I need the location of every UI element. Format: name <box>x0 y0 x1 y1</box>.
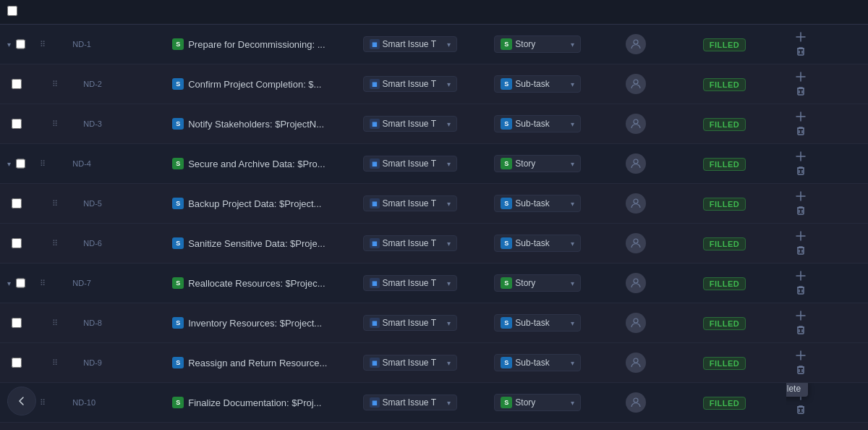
drag-cell-nd3: ⠿ <box>33 104 65 144</box>
validation-badge-nd9: FILLED <box>703 357 746 370</box>
drag-handle-nd6[interactable]: ⠿ <box>52 239 58 248</box>
actions-container-nd9 <box>793 348 808 377</box>
project-value-nd1: Smart Issue T <box>383 39 444 49</box>
assignee-cell-nd8 <box>618 303 696 343</box>
drag-cell-nd2: ⠿ <box>33 64 65 104</box>
delete-action-btn-nd9[interactable] <box>793 363 808 377</box>
project-value-nd4: Smart Issue T <box>383 159 444 169</box>
drag-cell-nd5: ⠿ <box>33 184 65 224</box>
add-action-btn-nd8[interactable] <box>793 308 808 323</box>
actions-cell-nd9 <box>786 343 868 383</box>
table-row-nd-2: ⠿ ND-2 S Confirm Project Completion: $..… <box>0 64 868 104</box>
drag-handle-nd1[interactable]: ⠿ <box>40 40 46 49</box>
drag-handle-nd10[interactable]: ⠿ <box>40 398 46 408</box>
drag-cell-nd4: ⠿ <box>33 144 65 184</box>
project-dropdown-nd9[interactable]: ▦ Smart Issue T ▾ <box>363 355 457 371</box>
project-cell-nd9: ▦ Smart Issue T ▾ <box>356 343 488 383</box>
collapse-btn-nd4[interactable]: ▾ <box>7 160 16 168</box>
issue-type-dropdown-nd5[interactable]: S Sub-task ▾ <box>494 195 581 212</box>
add-action-btn-nd2[interactable] <box>793 69 808 84</box>
collapse-btn-nd1[interactable]: ▾ <box>7 41 16 49</box>
project-dropdown-nd4[interactable]: ▦ Smart Issue T ▾ <box>363 156 457 172</box>
checkbox-cell-nd5 <box>0 184 33 224</box>
row-checkbox-nd8[interactable] <box>12 318 22 328</box>
add-action-btn-nd3[interactable] <box>793 109 808 124</box>
summary-text-nd2: Confirm Project Completion: $... <box>188 79 321 90</box>
add-action-btn-nd6[interactable] <box>793 229 808 243</box>
th-project <box>356 0 488 25</box>
issue-type-value-nd5: Sub-task <box>515 198 568 208</box>
validation-badge-nd8: FILLED <box>703 317 746 330</box>
add-action-btn-nd1[interactable] <box>793 30 808 44</box>
validation-cell-nd5: FILLED <box>696 184 786 224</box>
summary-cell-nd8: S Inventory Resources: $Project... <box>165 303 355 343</box>
row-checkbox-nd4[interactable] <box>16 159 25 169</box>
delete-action-btn-nd7[interactable] <box>793 283 808 298</box>
drag-handle-nd8[interactable]: ⠿ <box>52 319 58 328</box>
drag-handle-nd2[interactable]: ⠿ <box>52 80 58 89</box>
row-checkbox-nd3[interactable] <box>12 119 22 129</box>
table-row-nd-4: ▾ ⠿ ND-4 S Secure and Archive Data: $Pro… <box>0 144 868 184</box>
summary-cell-nd6: S Sanitize Sensitive Data: $Proje... <box>165 224 355 264</box>
issue-type-dropdown-nd3[interactable]: S Sub-task ▾ <box>494 115 581 132</box>
project-dropdown-nd8[interactable]: ▦ Smart Issue T ▾ <box>363 315 457 331</box>
svg-rect-1 <box>798 49 804 55</box>
actions-container-nd3 <box>793 109 808 138</box>
row-checkbox-nd6[interactable] <box>12 238 22 248</box>
add-action-btn-nd4[interactable] <box>793 149 808 164</box>
validation-cell-nd10: FILLED <box>696 383 786 423</box>
collapse-btn-nd7[interactable]: ▾ <box>7 279 16 287</box>
project-dropdown-nd6[interactable]: ▦ Smart Issue T ▾ <box>363 235 457 251</box>
row-checkbox-nd7[interactable] <box>16 278 25 288</box>
issue-type-cell-nd2: S Sub-task ▾ <box>487 64 618 104</box>
issue-type-dropdown-nd7[interactable]: S Story ▾ <box>494 274 581 292</box>
issue-type-value-nd7: Story <box>515 278 568 288</box>
validation-cell-nd1: FILLED <box>696 25 786 64</box>
row-checkbox-nd9[interactable] <box>12 358 22 368</box>
node-id-cell-nd2: ND-2 <box>65 64 165 104</box>
issue-type-dropdown-nd1[interactable]: S Story ▾ <box>494 35 581 53</box>
delete-action-btn-nd3[interactable] <box>793 124 808 138</box>
table-row-nd-3: ⠿ ND-3 S Notify Stakeholders: $ProjectN.… <box>0 104 868 144</box>
project-dropdown-nd3[interactable]: ▦ Smart Issue T ▾ <box>363 116 457 132</box>
delete-action-btn-nd6[interactable] <box>793 243 808 258</box>
drag-handle-nd3[interactable]: ⠿ <box>52 119 58 129</box>
assignee-avatar-nd7 <box>626 273 646 293</box>
project-dropdown-nd1[interactable]: ▦ Smart Issue T ▾ <box>363 36 457 52</box>
add-action-btn-nd9[interactable] <box>793 348 808 363</box>
project-dropdown-nd2[interactable]: ▦ Smart Issue T ▾ <box>363 76 457 92</box>
row-checkbox-nd1[interactable] <box>16 39 25 49</box>
issue-type-dropdown-nd8[interactable]: S Sub-task ▾ <box>494 314 581 332</box>
project-dropdown-nd10[interactable]: ▦ Smart Issue T ▾ <box>363 395 457 410</box>
add-action-btn-nd10[interactable] <box>793 388 808 402</box>
delete-action-btn-nd4[interactable] <box>793 164 808 178</box>
delete-action-btn-nd5[interactable] <box>793 203 808 218</box>
project-dropdown-nd5[interactable]: ▦ Smart Issue T ▾ <box>363 195 457 211</box>
issue-type-dropdown-nd10[interactable]: S Story ▾ <box>494 394 581 411</box>
drag-handle-nd9[interactable]: ⠿ <box>52 358 58 368</box>
row-checkbox-nd2[interactable] <box>12 79 22 89</box>
validation-cell-nd4: FILLED <box>696 144 786 184</box>
drag-handle-nd5[interactable]: ⠿ <box>52 199 58 208</box>
assignee-avatar-nd8 <box>626 313 646 333</box>
drag-handle-nd4[interactable]: ⠿ <box>40 159 46 169</box>
row-checkbox-nd5[interactable] <box>12 198 22 208</box>
delete-action-btn-nd10[interactable] <box>793 402 808 417</box>
assignee-cell-nd6 <box>618 224 696 264</box>
select-all-checkbox[interactable] <box>7 6 17 16</box>
project-cell-nd10: ▦ Smart Issue T ▾ <box>356 383 488 423</box>
delete-action-btn-nd8[interactable] <box>793 323 808 337</box>
issue-type-dropdown-nd4[interactable]: S Story ▾ <box>494 155 581 172</box>
issue-type-dropdown-nd6[interactable]: S Sub-task ▾ <box>494 235 581 252</box>
add-action-btn-nd7[interactable] <box>793 269 808 283</box>
issue-type-dropdown-nd2[interactable]: S Sub-task ▾ <box>494 75 581 93</box>
back-button[interactable] <box>7 387 36 416</box>
issue-type-dropdown-nd9[interactable]: S Sub-task ▾ <box>494 354 581 371</box>
drag-handle-nd7[interactable]: ⠿ <box>40 279 46 288</box>
add-action-btn-nd5[interactable] <box>793 189 808 203</box>
project-dropdown-nd7[interactable]: ▦ Smart Issue T ▾ <box>363 275 457 291</box>
delete-action-btn-nd2[interactable] <box>793 84 808 98</box>
assignee-avatar-nd2 <box>626 74 646 94</box>
validation-badge-nd5: FILLED <box>703 198 746 211</box>
delete-action-btn-nd1[interactable] <box>793 44 808 59</box>
